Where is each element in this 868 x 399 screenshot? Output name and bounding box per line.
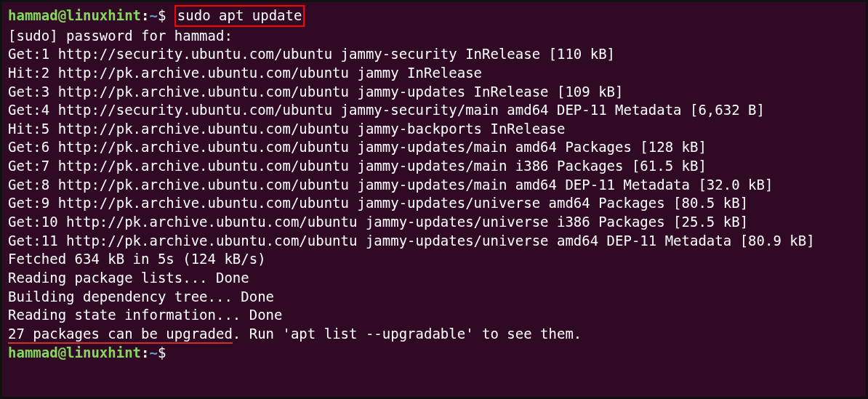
upgrade-count: 27 packages can be upgraded [8, 326, 233, 344]
output-line: Get:4 http://security.ubuntu.com/ubuntu … [8, 101, 860, 120]
cursor [174, 346, 182, 360]
output-line: Reading state information... Done [8, 306, 860, 325]
output-line: Hit:2 http://pk.archive.ubuntu.com/ubunt… [8, 64, 860, 83]
output-line: Building dependency tree... Done [8, 288, 860, 307]
output-line: Get:10 http://pk.archive.ubuntu.com/ubun… [8, 213, 860, 232]
upgrade-rest: . Run 'apt list --upgradable' to see the… [233, 326, 582, 342]
command-text[interactable]: sudo apt update [177, 7, 302, 23]
output-line: Get:6 http://pk.archive.ubuntu.com/ubunt… [8, 138, 860, 157]
output-line: Get:7 http://pk.archive.ubuntu.com/ubunt… [8, 157, 860, 176]
prompt-sep: : [141, 7, 149, 23]
prompt-path: ~ [149, 7, 157, 23]
prompt-symbol: $ [158, 7, 166, 23]
output-line: Reading package lists... Done [8, 269, 860, 288]
prompt-symbol: $ [158, 344, 166, 360]
prompt-user: hammad@linuxhint [8, 7, 141, 23]
output-line: [sudo] password for hammad: [8, 27, 860, 46]
prompt-sep: : [141, 344, 149, 360]
output-line: Fetched 634 kB in 5s (124 kB/s) [8, 250, 860, 269]
output-line: Get:8 http://pk.archive.ubuntu.com/ubunt… [8, 176, 860, 195]
output-line: Get:3 http://pk.archive.ubuntu.com/ubunt… [8, 83, 860, 102]
command-highlight: sudo apt update [174, 5, 305, 27]
upgrade-summary-line: 27 packages can be upgraded. Run 'apt li… [8, 325, 860, 344]
output-line: Hit:5 http://pk.archive.ubuntu.com/ubunt… [8, 120, 860, 139]
prompt-line-1: hammad@linuxhint:~$ sudo apt update [8, 5, 860, 27]
prompt-line-2[interactable]: hammad@linuxhint:~$ [8, 344, 860, 363]
prompt-path: ~ [149, 344, 157, 360]
output-line: Get:9 http://pk.archive.ubuntu.com/ubunt… [8, 194, 860, 213]
output-line: Get:11 http://pk.archive.ubuntu.com/ubun… [8, 232, 860, 251]
prompt-user: hammad@linuxhint [8, 344, 141, 360]
output-line: Get:1 http://security.ubuntu.com/ubuntu … [8, 45, 860, 64]
